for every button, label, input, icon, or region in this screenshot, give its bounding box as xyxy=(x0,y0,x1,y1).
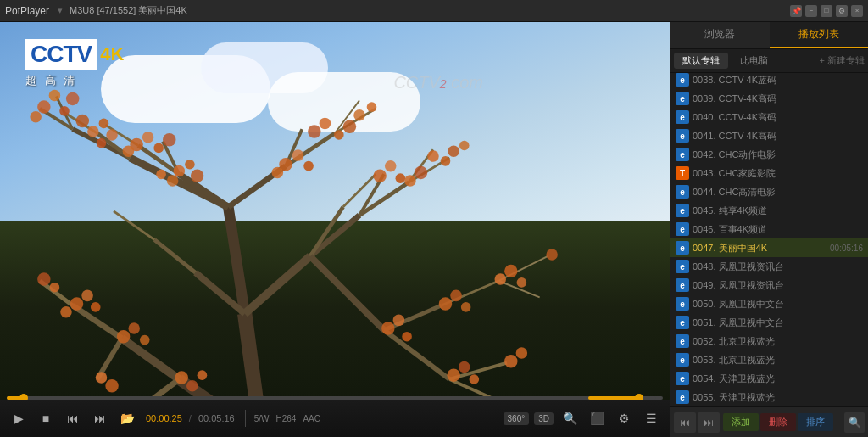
search-button[interactable]: 🔍 xyxy=(844,412,865,433)
playlist-item[interactable]: e0038. CCTV-4K蓝码 xyxy=(670,73,868,89)
playlist-item[interactable]: e0041. CCTV-4K高码 xyxy=(670,126,868,145)
playlist-item-label: 0052. 北京卫视蓝光 xyxy=(693,335,863,348)
subtab-default[interactable]: 默认专辑 xyxy=(674,53,728,69)
settings-window-button[interactable]: ⚙ xyxy=(836,5,848,17)
svg-line-8 xyxy=(179,175,228,208)
close-button[interactable]: × xyxy=(851,5,863,17)
svg-line-19 xyxy=(343,175,376,208)
playlist-item[interactable]: e0054. 天津卫视蓝光 xyxy=(670,369,868,388)
playlist-item-icon: e xyxy=(676,390,689,404)
tree-area xyxy=(0,84,670,437)
svg-point-57 xyxy=(367,103,377,113)
playlist-item-icon: e xyxy=(676,110,689,124)
svg-point-106 xyxy=(128,323,140,335)
playlist-item-label: 0045. 纯享4K频道 xyxy=(693,204,863,217)
svg-line-14 xyxy=(359,182,409,216)
playlist-item-icon: e xyxy=(676,204,689,217)
playlist-item[interactable]: e0042. CHC动作电影 xyxy=(670,145,868,164)
playlist-item[interactable]: e0045. 纯享4K频道 xyxy=(670,201,868,220)
playlist-item-label: 0044. CHC高清电影 xyxy=(693,186,863,199)
playlist-item[interactable]: e0050. 凤凰卫视中文台 xyxy=(670,294,868,313)
playlist-item[interactable]: e0046. 百事4K频道 xyxy=(670,220,868,238)
svg-point-59 xyxy=(385,160,397,172)
svg-point-53 xyxy=(320,118,331,130)
svg-point-40 xyxy=(153,143,164,154)
cctv-text: CCTV xyxy=(25,39,97,70)
window-title: M3U8 [47/1552] 美丽中国4K xyxy=(70,4,790,17)
minimize-button[interactable]: − xyxy=(805,5,817,17)
dropdown-arrow[interactable]: ▾ xyxy=(58,5,63,16)
subtab-pc[interactable]: 此电脑 xyxy=(732,53,776,69)
playlist-item[interactable]: e0055. 天津卫视蓝光 xyxy=(670,388,868,406)
add-button[interactable]: 添加 xyxy=(723,413,759,431)
playlist-item-label: 0041. CCTV-4K高码 xyxy=(693,130,863,143)
playlist-item[interactable]: e0047. 美丽中国4K00:05:16 xyxy=(670,238,868,257)
stop-button[interactable]: ■ xyxy=(34,406,58,430)
badge-3d[interactable]: 3D xyxy=(534,412,554,425)
svg-point-104 xyxy=(50,283,60,293)
zoom-button[interactable]: 🔍 xyxy=(558,406,581,430)
footer-prev-button[interactable]: ⏮ xyxy=(674,412,696,433)
playlist-item-label: 0050. 凤凰卫视中文台 xyxy=(693,298,863,311)
playlist-item-icon: e xyxy=(676,334,689,348)
codec-video: H264 xyxy=(276,414,297,423)
playlist-item[interactable]: e0049. 凤凰卫视资讯台 xyxy=(670,276,868,294)
play-button[interactable]: ▶ xyxy=(7,406,31,430)
playlist-item[interactable]: e0040. CCTV-4K高码 xyxy=(670,108,868,126)
playlist-item-label: 0042. CHC动作电影 xyxy=(693,148,863,161)
capture-button[interactable]: ⬛ xyxy=(585,406,609,430)
playlist-item-label: 0049. 凤凰卫视资讯台 xyxy=(693,279,863,292)
video-area[interactable]: CCTV 4K 超 高 清 CCTV2.com ▶ ■ xyxy=(0,22,670,437)
playlist-item-label: 0053. 北京卫视蓝光 xyxy=(693,354,863,367)
settings-button[interactable]: ⚙ xyxy=(612,406,636,430)
playlist-item-icon: e xyxy=(676,260,689,273)
svg-point-49 xyxy=(292,150,304,162)
svg-point-58 xyxy=(373,170,386,182)
svg-line-67 xyxy=(310,256,384,330)
title-bar: PotPlayer ▾ M3U8 [47/1552] 美丽中国4K 📌 − □ … xyxy=(0,0,868,22)
svg-point-65 xyxy=(448,146,459,158)
delete-button[interactable]: 删除 xyxy=(760,413,796,431)
sort-button[interactable]: 排序 xyxy=(798,413,833,431)
svg-point-36 xyxy=(106,130,118,142)
open-button[interactable]: 📂 xyxy=(115,406,139,430)
playlist-item[interactable]: e0048. 凤凰卫视资讯台 xyxy=(670,257,868,276)
pin-button[interactable]: 📌 xyxy=(790,5,802,17)
playlist-item-label: 0055. 天津卫视蓝光 xyxy=(693,391,863,404)
playlist-item[interactable]: e0052. 北京卫视蓝光 xyxy=(670,332,868,350)
svg-point-43 xyxy=(174,165,186,177)
menu-button[interactable]: ☰ xyxy=(639,406,663,430)
app-name: PotPlayer xyxy=(5,5,49,17)
svg-point-63 xyxy=(427,151,439,163)
tab-browser[interactable]: 浏览器 xyxy=(670,22,770,48)
prev-button[interactable]: ⏮ xyxy=(61,406,85,430)
svg-point-35 xyxy=(76,115,89,127)
svg-point-54 xyxy=(334,130,344,140)
time-sep: / xyxy=(189,413,192,423)
subtab-add[interactable]: + 新建专辑 xyxy=(820,54,865,67)
svg-line-1 xyxy=(228,207,244,314)
svg-point-52 xyxy=(308,126,320,138)
svg-point-76 xyxy=(393,315,405,327)
svg-point-105 xyxy=(117,330,130,343)
svg-point-61 xyxy=(404,176,416,188)
playlist-item[interactable]: e0044. CHC高清电影 xyxy=(670,182,868,201)
svg-point-77 xyxy=(402,332,412,342)
playlist-item-label: 0040. CCTV-4K高码 xyxy=(693,111,863,124)
svg-point-114 xyxy=(198,371,208,381)
tab-playlist[interactable]: 播放列表 xyxy=(770,22,869,48)
playlist-item[interactable]: e0039. CCTV-4K高码 xyxy=(670,89,868,108)
footer-next-button[interactable]: ⏭ xyxy=(698,412,720,433)
playlist-item[interactable]: e0051. 凤凰卫视中文台 xyxy=(670,313,868,332)
next-button[interactable]: ⏭ xyxy=(88,406,112,430)
panel-tabs: 浏览器 播放列表 xyxy=(670,22,868,49)
playlist-item[interactable]: T0043. CHC家庭影院 xyxy=(670,164,868,182)
svg-point-45 xyxy=(191,170,203,182)
badge-360[interactable]: 360° xyxy=(504,412,530,425)
playlist-item-label: 0051. 凤凰卫视中文台 xyxy=(693,317,863,329)
maximize-button[interactable]: □ xyxy=(821,5,832,17)
svg-point-80 xyxy=(470,375,480,385)
svg-point-85 xyxy=(504,265,517,277)
playlist-item[interactable]: e0053. 北京卫视蓝光 xyxy=(670,350,868,369)
playlist-item-icon: e xyxy=(676,148,689,161)
